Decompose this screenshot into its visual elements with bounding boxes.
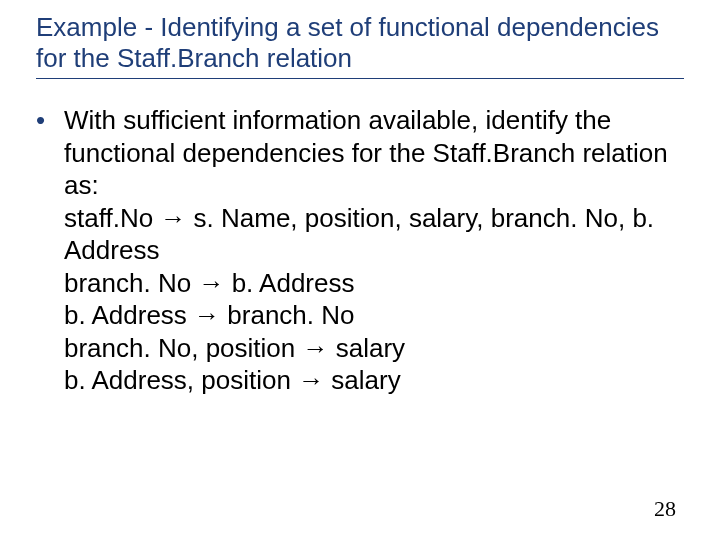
dependency-line: staff.No → s. Name, position, salary, br… [64, 202, 684, 267]
bullet-text: With sufficient information available, i… [64, 104, 684, 397]
slide-title: Example - Identifying a set of functiona… [36, 12, 684, 79]
bullet-item: • With sufficient information available,… [36, 104, 684, 397]
bullet-lead: With sufficient information available, i… [64, 104, 684, 202]
dependency-line: b. Address → branch. No [64, 299, 684, 332]
bullet-dot-icon: • [36, 104, 64, 137]
dependency-line: branch. No → b. Address [64, 267, 684, 300]
body-block: • With sufficient information available,… [36, 104, 684, 397]
page-number: 28 [654, 496, 676, 522]
slide: Example - Identifying a set of functiona… [0, 0, 720, 540]
title-block: Example - Identifying a set of functiona… [36, 12, 684, 79]
dependency-line: b. Address, position → salary [64, 364, 684, 397]
dependency-line: branch. No, position → salary [64, 332, 684, 365]
